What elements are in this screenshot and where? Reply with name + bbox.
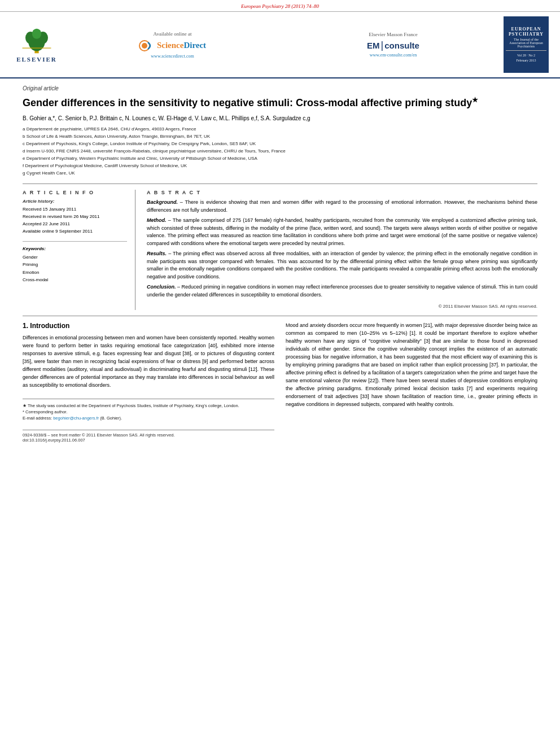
doi-line: doi:10.1016/j.eurpsy.2011.06.007 xyxy=(23,438,274,443)
affiliation-e: e Department of Psychiatry, Western Psyc… xyxy=(23,155,537,162)
intro-left: 1. Introduction Differences in emotional… xyxy=(23,322,274,442)
svg-point-7 xyxy=(142,43,147,49)
abstract-heading: A B S T R A C T xyxy=(147,190,537,195)
sciencedirect-icon xyxy=(139,39,155,53)
copyright: © 2011 Elsevier Masson SAS. All rights r… xyxy=(147,303,537,310)
keywords-section: Keywords: Gender Priming Emotion Cross-m… xyxy=(23,246,127,284)
intro-heading: 1. Introduction xyxy=(23,322,274,330)
bottom-bar: 0924-9338/$ – see front matter © 2011 El… xyxy=(23,430,274,443)
divider-2 xyxy=(23,316,537,316)
paper-title: Gender differences in the sensitivity to… xyxy=(23,96,537,110)
keywords-list: Gender Priming Emotion Cross-modal xyxy=(23,254,127,284)
study-footnote: ★ The study was conducted at the Departm… xyxy=(23,403,274,409)
info-divider xyxy=(23,241,127,242)
sciencedirect-logo: ScienceDirect xyxy=(73,39,272,53)
article-info-heading: A R T I C L E I N F O xyxy=(23,190,127,195)
abstract-text: Background. – There is evidence showing … xyxy=(147,199,537,310)
science-direct-box: Available online at ScienceDirect www.sc… xyxy=(62,31,283,59)
elsevier-logo: ELSEVIER xyxy=(11,27,62,63)
divider-1 xyxy=(23,184,537,184)
journal-header: European Psychiatry 28 (2013) 74–80 xyxy=(0,0,560,12)
svg-point-4 xyxy=(32,29,41,39)
intro-left-text: Differences in emotional processing betw… xyxy=(23,334,274,390)
issn-line: 0924-9338/$ – see front matter © 2011 El… xyxy=(23,433,274,438)
article-info-abstract: A R T I C L E I N F O Article history: R… xyxy=(23,190,537,310)
corresponding-footnote: * Corresponding author. xyxy=(23,409,274,415)
keyword-2: Priming xyxy=(23,261,127,269)
footnotes: ★ The study was conducted at the Departm… xyxy=(23,399,274,422)
affiliation-f: f Department of Psychological Medicine, … xyxy=(23,163,537,169)
keyword-1: Gender xyxy=(23,254,127,261)
accepted-date: Accepted 22 June 2011 xyxy=(23,221,127,228)
keyword-3: Emotion xyxy=(23,269,127,277)
abstract-method: Method. – The sample comprised of 275 (1… xyxy=(147,217,537,247)
elsevier-tree-icon xyxy=(20,27,54,55)
received-date: Received 15 January 2011 xyxy=(23,206,127,213)
affiliation-c: c Department of Psychosis, King's Colleg… xyxy=(23,141,537,147)
em-consulte-logo: EM | consulte xyxy=(294,40,492,51)
logos-bar: ELSEVIER Available online at ScienceDire… xyxy=(0,12,560,78)
available-date: Available online 9 September 2011 xyxy=(23,228,127,235)
article-type: Original article xyxy=(23,85,537,91)
email-footnote: E-mail address: begohier@chu-angers.fr (… xyxy=(23,415,274,421)
affiliation-b: b School of Life & Health Sciences, Asto… xyxy=(23,133,537,140)
intro-right: Mood and anxiety disorders occur more fr… xyxy=(286,322,537,442)
article-info-panel: A R T I C L E I N F O Article history: R… xyxy=(23,190,135,310)
authors: B. Gohier a,*, C. Senior b, P.J. Brittai… xyxy=(23,115,537,121)
paper-content: Original article Gender differences in t… xyxy=(0,78,560,454)
journal-cover: EUROPEANPSYCHIATRY The Journal of theAss… xyxy=(504,16,549,73)
affiliation-g: g Cygnet Health Care, UK xyxy=(23,170,537,177)
affiliations: a Département de psychiatrie, UPRES EA 2… xyxy=(23,126,537,177)
history-label: Article history: xyxy=(23,199,127,204)
abstract-results: Results. – The priming effect was observ… xyxy=(147,250,537,281)
abstract-background: Background. – There is evidence showing … xyxy=(147,199,537,214)
affiliation-d: d Inserm U-930, FRE CNRS 2448, universit… xyxy=(23,148,537,155)
intro-right-text: Mood and anxiety disorders occur more fr… xyxy=(286,322,537,408)
keyword-4: Cross-modal xyxy=(23,276,127,284)
em-consulte-box: Elsevier Masson France EM | consulte www… xyxy=(283,32,504,58)
keywords-label: Keywords: xyxy=(23,246,127,251)
revised-date: Received in revised form 26 May 2011 xyxy=(23,213,127,221)
abstract-panel: A B S T R A C T Background. – There is e… xyxy=(147,190,537,310)
abstract-conclusion: Conclusion. – Reduced priming in negativ… xyxy=(147,283,537,299)
article-dates: Received 15 January 2011 Received in rev… xyxy=(23,206,127,235)
affiliation-a: a Département de psychiatrie, UPRES EA 2… xyxy=(23,126,537,133)
introduction-section: 1. Introduction Differences in emotional… xyxy=(23,322,537,442)
